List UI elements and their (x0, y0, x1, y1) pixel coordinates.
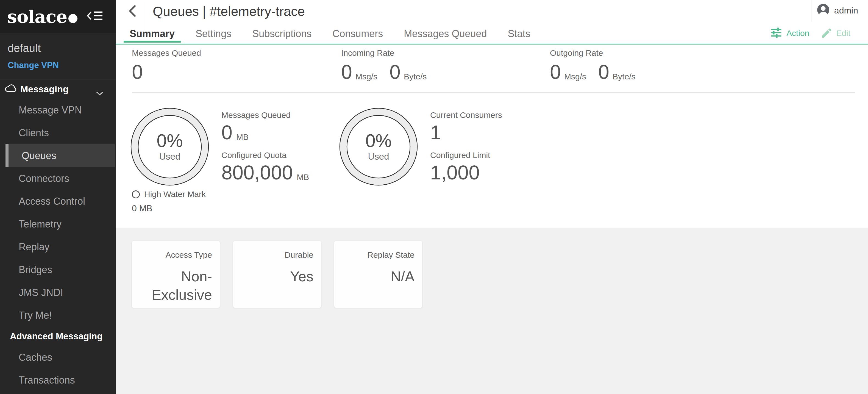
card-label: Replay State (340, 250, 414, 260)
replay-state-card: Replay State N/A (334, 241, 422, 308)
consumer-metrics: Current Consumers 1 Configured Limit 1,0… (430, 111, 502, 191)
sidebar-item-telemetry[interactable]: Telemetry (0, 213, 116, 236)
solace-logo: solace (7, 6, 78, 27)
consumers-usage-gauge: 0% Used (338, 107, 418, 187)
sidebar-nav: Messaging Message VPN Clients Queues Con… (0, 80, 116, 392)
stat-label: Messages Queued (132, 48, 201, 58)
high-water-mark-label: High Water Mark (144, 189, 206, 199)
tab-consumers[interactable]: Consumers (332, 24, 383, 44)
sidebar-section-advanced-messaging[interactable]: Advanced Messaging (0, 327, 116, 346)
metric-label: Messages Queued (221, 111, 309, 120)
user-divider (811, 0, 811, 21)
gauge-caption: Used (159, 151, 180, 162)
pencil-icon (820, 27, 832, 40)
card-label: Durable (239, 250, 313, 260)
metric-value: 0 (221, 123, 232, 142)
attributes-section: Access Type Non-Exclusive Durable Yes Re… (116, 228, 868, 394)
durable-card: Durable Yes (233, 241, 321, 308)
tab-stats[interactable]: Stats (508, 24, 530, 44)
gauge-caption: Used (368, 151, 389, 162)
user-menu[interactable]: admin (817, 3, 858, 18)
sidebar-item-try-me[interactable]: Try Me! (0, 304, 116, 327)
circle-outline-icon (132, 190, 140, 199)
vpn-block: default Change VPN (0, 33, 116, 80)
tab-settings[interactable]: Settings (195, 24, 231, 44)
user-name: admin (834, 5, 858, 16)
metric-label: Configured Limit (430, 151, 502, 160)
edit-button[interactable]: Edit (820, 27, 850, 40)
quota-usage-gauge: 0% Used (130, 107, 210, 187)
tab-subscriptions[interactable]: Subscriptions (252, 24, 311, 44)
metric-label: Current Consumers (430, 111, 502, 120)
sidebar: solace default Change VPN (0, 0, 116, 394)
sidebar-item-transactions[interactable]: Transactions (0, 369, 116, 392)
action-button[interactable]: Action (770, 27, 809, 40)
sidebar-section-label: Messaging (20, 84, 69, 94)
page-header: Queues | #telemetry-trace admin Summary … (116, 0, 868, 44)
change-vpn-link[interactable]: Change VPN (8, 60, 116, 70)
sidebar-item-queues[interactable]: Queues (5, 144, 115, 167)
stat-value: 0 (390, 62, 401, 82)
cloud-icon (4, 83, 17, 95)
high-water-mark: High Water Mark 0 MB (132, 189, 206, 213)
gauge-percent: 0% (157, 131, 183, 150)
card-value: Yes (239, 267, 313, 286)
tab-bar: Summary Settings Subscriptions Consumers… (130, 24, 530, 44)
sidebar-item-jms-jndi[interactable]: JMS JNDI (0, 281, 116, 304)
stat-value: 0 (550, 62, 561, 82)
tab-summary[interactable]: Summary (130, 24, 175, 44)
stat-unit: Byte/s (613, 72, 636, 81)
sidebar-item-message-vpn[interactable]: Message VPN (0, 99, 116, 121)
sidebar-section-messaging[interactable]: Messaging (0, 80, 116, 99)
collapse-sidebar-icon[interactable] (87, 9, 103, 22)
metric-value: 800,000 (221, 163, 293, 182)
stat-value: 0 (341, 62, 352, 82)
sidebar-item-connectors[interactable]: Connectors (0, 167, 116, 190)
stat-value: 0 (132, 62, 143, 82)
stat-unit: Msg/s (564, 72, 586, 81)
sidebar-item-bridges[interactable]: Bridges (0, 258, 116, 281)
sliders-icon (770, 27, 782, 40)
chevron-down-icon (96, 87, 103, 98)
metric-unit: MB (236, 132, 249, 142)
access-type-card: Access Type Non-Exclusive (132, 241, 220, 308)
stat-label: Outgoing Rate (550, 48, 636, 58)
card-value: N/A (340, 267, 414, 286)
metric-unit: MB (297, 173, 309, 182)
solace-logo-text: solace (7, 6, 67, 27)
sidebar-item-clients[interactable]: Clients (0, 121, 116, 144)
tab-messages-queued[interactable]: Messages Queued (404, 24, 487, 44)
stat-outgoing-rate: Outgoing Rate 0 Msg/s 0 Byte/s (550, 48, 636, 82)
quota-metrics: Messages Queued 0 MB Configured Quota 80… (221, 111, 309, 191)
sidebar-item-replay[interactable]: Replay (0, 236, 116, 258)
solace-logo-dot (68, 14, 78, 23)
edit-button-label: Edit (836, 29, 850, 38)
user-avatar-icon (817, 3, 830, 18)
stat-unit: Byte/s (404, 72, 427, 81)
stat-value: 0 (598, 62, 609, 82)
vpn-name: default (8, 42, 116, 54)
metric-value: 1 (430, 123, 441, 142)
gauge-percent: 0% (365, 131, 392, 150)
card-label: Access Type (137, 250, 212, 260)
back-arrow-icon[interactable] (127, 3, 139, 19)
stat-messages-queued: Messages Queued 0 (132, 48, 201, 82)
stat-unit: Msg/s (355, 72, 377, 81)
stat-incoming-rate: Incoming Rate 0 Msg/s 0 Byte/s (341, 48, 427, 82)
action-button-label: Action (786, 29, 809, 38)
metric-label: Configured Quota (221, 151, 309, 160)
solace-pubsub-manager: solace default Change VPN (0, 0, 868, 394)
stat-label: Incoming Rate (341, 48, 427, 58)
high-water-mark-value: 0 MB (132, 203, 206, 213)
sidebar-item-caches[interactable]: Caches (0, 346, 116, 369)
page-title: Queues | #telemetry-trace (153, 4, 305, 19)
sidebar-item-access-control[interactable]: Access Control (0, 190, 116, 213)
header-actions: Action Edit (770, 27, 850, 40)
card-value: Non-Exclusive (137, 267, 212, 304)
divider (132, 92, 855, 93)
sidebar-logo-row: solace (0, 0, 116, 33)
summary-panel: Messages Queued 0 Incoming Rate 0 Msg/s … (116, 44, 868, 394)
metric-value: 1,000 (430, 163, 479, 182)
